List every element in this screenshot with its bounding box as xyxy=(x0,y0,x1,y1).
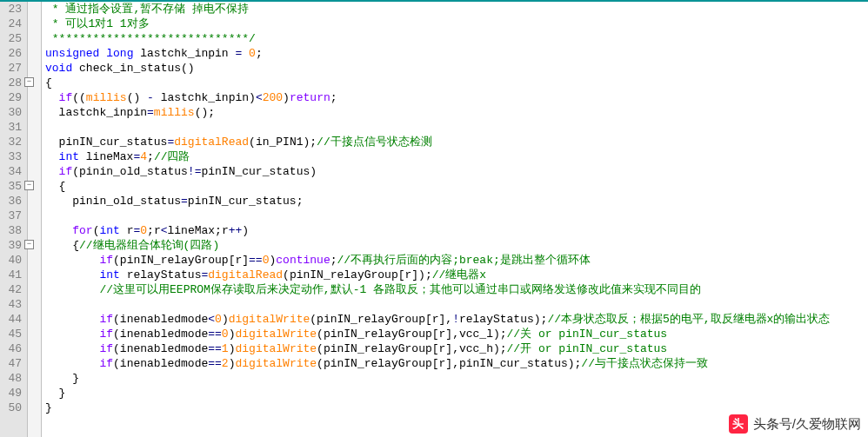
line-number[interactable]: 43 xyxy=(2,297,22,312)
code-line[interactable]: int lineMax=4;//四路 xyxy=(45,149,868,164)
line-number[interactable]: 46 xyxy=(2,341,22,356)
code-line[interactable]: } xyxy=(45,386,868,401)
line-number[interactable]: 47 xyxy=(2,356,22,371)
line-number[interactable]: 24 xyxy=(2,17,22,31)
watermark: 头 头条号/久爱物联网 xyxy=(722,411,868,437)
code-line[interactable]: void check_in_status() xyxy=(45,61,868,76)
code-line[interactable] xyxy=(45,120,868,135)
line-number[interactable]: 39− xyxy=(2,238,22,253)
line-number[interactable]: 45 xyxy=(2,327,22,341)
code-line[interactable]: if(pinIN_relayGroup[r]==0)continue;//不再执… xyxy=(45,253,868,268)
fold-column[interactable] xyxy=(28,2,42,437)
line-number[interactable]: 30 xyxy=(2,105,22,120)
code-line[interactable]: *****************************/ xyxy=(45,31,868,46)
line-number[interactable]: 40 xyxy=(2,253,22,268)
line-number[interactable]: 34 xyxy=(2,164,22,179)
line-number[interactable]: 29 xyxy=(2,90,22,105)
code-line[interactable]: if(inenabledmode==2)digitalWrite(pinIN_r… xyxy=(45,356,868,371)
code-line[interactable]: if(inenabledmode==1)digitalWrite(pinIN_r… xyxy=(45,341,868,356)
fold-minus-icon[interactable]: − xyxy=(24,77,34,87)
code-line[interactable] xyxy=(45,209,868,223)
line-number[interactable]: 31 xyxy=(2,120,22,135)
line-number[interactable]: 36 xyxy=(2,194,22,209)
line-number-gutter[interactable]: 232425262728−29303132333435−36373839−404… xyxy=(0,2,28,437)
fold-minus-icon[interactable]: − xyxy=(24,181,34,190)
line-number[interactable]: 33 xyxy=(2,149,22,164)
line-number[interactable]: 25 xyxy=(2,31,22,46)
line-number[interactable]: 32 xyxy=(2,135,22,149)
code-line[interactable]: for(int r=0;r<lineMax;r++) xyxy=(45,223,868,238)
code-line[interactable]: if(inenabledmode==0)digitalWrite(pinIN_r… xyxy=(45,327,868,341)
code-line[interactable] xyxy=(45,297,868,312)
code-line[interactable]: {//继电器组合体轮询(四路) xyxy=(45,238,868,253)
watermark-icon: 头 xyxy=(729,414,748,434)
code-line[interactable]: pinIN_cur_status=digitalRead(in_PIN1);//… xyxy=(45,135,868,149)
line-number[interactable]: 50 xyxy=(2,401,22,415)
code-line[interactable]: unsigned long lastchk_inpin = 0; xyxy=(45,46,868,61)
line-number[interactable]: 42 xyxy=(2,282,22,297)
code-line[interactable]: lastchk_inpin=millis(); xyxy=(45,105,868,120)
line-number[interactable]: 49 xyxy=(2,386,22,401)
line-number[interactable]: 44 xyxy=(2,312,22,327)
code-editor[interactable]: 232425262728−29303132333435−36373839−404… xyxy=(0,2,868,437)
line-number[interactable]: 37 xyxy=(2,209,22,223)
code-line[interactable]: if(pinin_old_status!=pinIN_cur_status) xyxy=(45,164,868,179)
fold-minus-icon[interactable]: − xyxy=(24,240,34,249)
code-line[interactable]: } xyxy=(45,371,868,386)
line-number[interactable]: 41 xyxy=(2,268,22,282)
line-number[interactable]: 35− xyxy=(2,179,22,194)
line-number[interactable]: 48 xyxy=(2,371,22,386)
line-number[interactable]: 23 xyxy=(2,2,22,17)
code-area[interactable]: * 通过指令设置,暂不存储 掉电不保持 * 可以1对1 1对多 ********… xyxy=(42,2,868,437)
code-line[interactable]: if(inenabledmode<0)digitalWrite(pinIN_re… xyxy=(45,312,868,327)
code-line[interactable]: { xyxy=(45,76,868,90)
code-line[interactable]: int relayStatus=digitalRead(pinIN_relayG… xyxy=(45,268,868,282)
code-line[interactable]: //这里可以用EEPROM保存读取后来决定动作,默认-1 各路取反；其他可以通过… xyxy=(45,282,868,297)
code-line[interactable]: pinin_old_status=pinIN_cur_status; xyxy=(45,194,868,209)
code-line[interactable]: * 可以1对1 1对多 xyxy=(45,17,868,31)
code-line[interactable]: { xyxy=(45,179,868,194)
line-number[interactable]: 38 xyxy=(2,223,22,238)
line-number[interactable]: 28− xyxy=(2,76,22,90)
watermark-text: 头条号/久爱物联网 xyxy=(753,416,861,433)
code-line[interactable]: * 通过指令设置,暂不存储 掉电不保持 xyxy=(45,2,868,17)
code-line[interactable]: if((millis() - lastchk_inpin)<200)return… xyxy=(45,90,868,105)
line-number[interactable]: 26 xyxy=(2,46,22,61)
line-number[interactable]: 27 xyxy=(2,61,22,76)
